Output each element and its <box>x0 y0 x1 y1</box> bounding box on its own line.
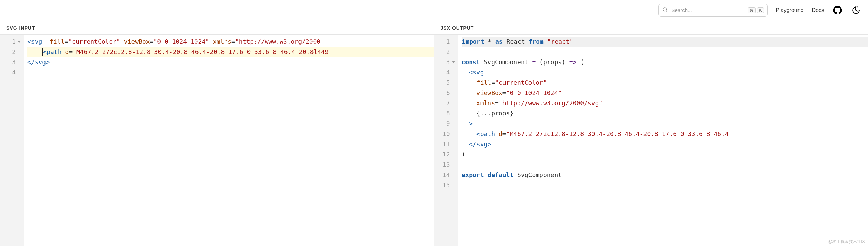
svg-input-panel: SVG INPUT 1234 <svg fill="currentColor" … <box>0 20 434 246</box>
line-number: 2 <box>6 47 21 57</box>
code-line[interactable]: export default SvgComponent <box>462 170 868 180</box>
line-number: 15 <box>441 180 455 190</box>
svg-input-title: SVG INPUT <box>0 20 434 35</box>
output-code[interactable]: import * as React from "react"const SvgC… <box>458 35 868 246</box>
code-line[interactable]: </svg> <box>462 139 868 149</box>
line-number: 11 <box>441 139 455 149</box>
line-number: 6 <box>441 88 455 98</box>
line-number: 7 <box>441 98 455 108</box>
code-line[interactable] <box>462 47 868 57</box>
code-line[interactable]: xmlns="http://www.w3.org/2000/svg" <box>462 98 868 108</box>
line-number: 8 <box>441 108 455 119</box>
line-number: 3 <box>6 57 21 67</box>
line-number: 4 <box>6 67 21 78</box>
jsx-output-editor[interactable]: 123456789101112131415 import * as React … <box>434 35 868 246</box>
line-number: 5 <box>441 78 455 88</box>
header: ⌘ K Playground Docs <box>0 0 868 20</box>
line-number: 3 <box>441 57 455 67</box>
kbd-k: K <box>757 7 764 13</box>
nav-playground[interactable]: Playground <box>776 7 804 13</box>
line-number: 1 <box>441 37 455 47</box>
jsx-output-panel: JSX OUTPUT 123456789101112131415 import … <box>434 20 868 246</box>
code-line[interactable] <box>462 160 868 170</box>
watermark: @稀土掘金技术社区 <box>828 239 865 245</box>
panels: SVG INPUT 1234 <svg fill="currentColor" … <box>0 20 868 246</box>
code-line[interactable]: ) <box>462 149 868 160</box>
code-line[interactable]: fill="currentColor" <box>462 78 868 88</box>
search-icon <box>662 6 668 14</box>
search-shortcut: ⌘ K <box>748 7 764 13</box>
line-number: 10 <box>441 129 455 139</box>
jsx-output-title: JSX OUTPUT <box>434 20 868 35</box>
search-box[interactable]: ⌘ K <box>658 4 768 17</box>
code-line[interactable]: <path d="M467.2 272c12.8-12.8 30.4-20.8 … <box>27 47 434 57</box>
nav-docs[interactable]: Docs <box>812 7 824 13</box>
input-code[interactable]: <svg fill="currentColor" viewBox="0 0 10… <box>24 35 434 246</box>
code-line[interactable]: > <box>462 119 868 129</box>
line-number: 14 <box>441 170 455 180</box>
svg-input-editor[interactable]: 1234 <svg fill="currentColor" viewBox="0… <box>0 35 434 246</box>
github-icon[interactable] <box>832 5 843 15</box>
svg-line-1 <box>666 11 667 12</box>
theme-toggle-icon[interactable] <box>851 5 861 15</box>
code-line[interactable]: const SvgComponent = (props) => ( <box>462 57 868 67</box>
code-line[interactable]: viewBox="0 0 1024 1024" <box>462 88 868 98</box>
kbd-cmd: ⌘ <box>748 7 756 13</box>
code-line[interactable] <box>462 180 868 190</box>
output-gutter: 123456789101112131415 <box>434 35 458 246</box>
input-gutter: 1234 <box>0 35 24 246</box>
line-number: 9 <box>441 119 455 129</box>
code-line[interactable]: <svg <box>462 67 868 78</box>
code-line[interactable]: <svg fill="currentColor" viewBox="0 0 10… <box>27 37 434 47</box>
line-number: 13 <box>441 160 455 170</box>
code-line[interactable] <box>27 67 434 78</box>
code-line[interactable]: {...props} <box>462 108 868 119</box>
code-line[interactable]: import * as React from "react" <box>462 37 868 47</box>
line-number: 4 <box>441 67 455 78</box>
code-line[interactable]: <path d="M467.2 272c12.8-12.8 30.4-20.8 … <box>462 129 868 139</box>
line-number: 2 <box>441 47 455 57</box>
code-line[interactable]: </svg> <box>27 57 434 67</box>
line-number: 12 <box>441 149 455 160</box>
search-input[interactable] <box>672 7 744 13</box>
svg-point-0 <box>663 8 667 11</box>
line-number: 1 <box>6 37 21 47</box>
